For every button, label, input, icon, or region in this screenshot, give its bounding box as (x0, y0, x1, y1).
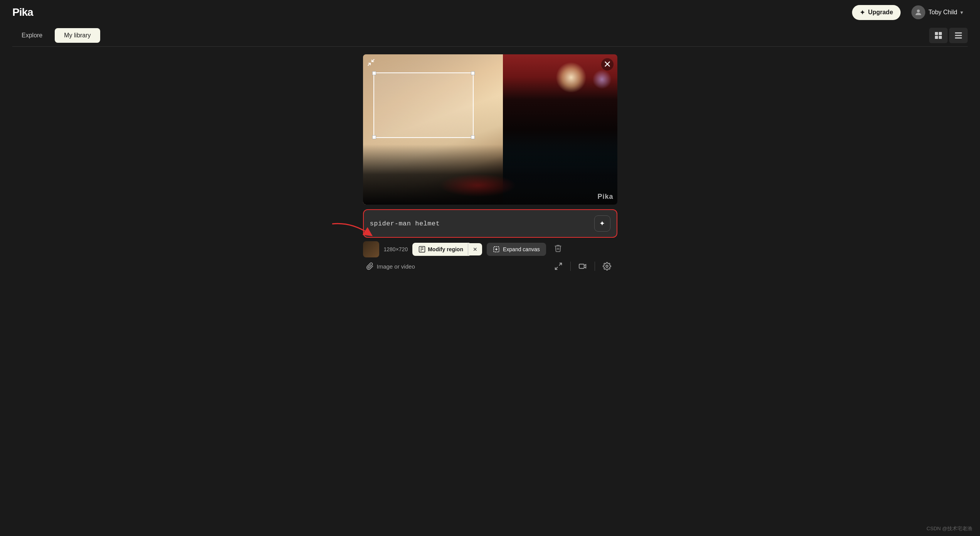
delete-button[interactable] (551, 241, 565, 257)
settings-button[interactable] (600, 260, 614, 272)
svg-line-13 (555, 267, 557, 269)
app-logo: Pika (12, 6, 33, 18)
handle-bottom-right[interactable] (471, 135, 475, 139)
attach-label: Image or video (377, 263, 415, 270)
svg-rect-3 (935, 36, 938, 39)
user-menu[interactable]: Toby Child ▾ (907, 3, 968, 22)
canvas-area: Pika ✕ (363, 54, 617, 205)
tab-explore[interactable]: Explore (12, 28, 52, 43)
close-modify-icon: ✕ (473, 246, 477, 252)
video-icon (578, 262, 587, 271)
bokeh-light-2 (592, 70, 612, 89)
expand-canvas-label: Expand canvas (503, 246, 540, 252)
expand-canvas-icon (493, 246, 500, 253)
svg-rect-14 (579, 264, 584, 269)
nav-bar: Explore My library (0, 25, 980, 46)
bottom-toolbar: Image or video (363, 260, 617, 272)
handle-top-right[interactable] (471, 71, 475, 75)
collapse-icon[interactable] (367, 58, 375, 69)
tab-my-library[interactable]: My library (55, 28, 100, 43)
svg-point-0 (917, 10, 920, 12)
grid-view-button[interactable] (929, 28, 948, 43)
prompt-input-wrapper: ✦ (363, 209, 617, 238)
attach-icon (366, 262, 374, 270)
modify-region-button[interactable]: Modify region (412, 243, 469, 256)
modify-region-label: Modify region (428, 246, 463, 252)
settings-icon (603, 262, 611, 271)
handle-top-left[interactable] (372, 71, 376, 75)
view-toggles (929, 28, 968, 43)
fullscreen-button[interactable] (551, 260, 566, 272)
video-thumbnail (363, 241, 379, 257)
upgrade-button[interactable]: ✦ Upgrade (852, 5, 901, 20)
svg-rect-5 (955, 32, 962, 34)
bottom-right-tools (551, 260, 614, 272)
header-right: ✦ Upgrade Toby Child ▾ (852, 3, 968, 22)
selection-box[interactable] (373, 72, 474, 138)
nav-tabs: Explore My library (12, 28, 100, 43)
upgrade-label: Upgrade (868, 9, 893, 16)
red-accent (439, 174, 516, 197)
prompt-area: ✦ (363, 209, 617, 238)
attach-button[interactable]: Image or video (366, 262, 415, 270)
divider-bottom-2 (595, 262, 595, 271)
delete-icon (554, 244, 562, 252)
svg-rect-6 (955, 35, 962, 36)
svg-line-12 (559, 263, 561, 265)
svg-line-8 (368, 63, 370, 66)
divider-bottom (570, 262, 571, 271)
chevron-down-icon: ▾ (960, 9, 963, 15)
user-name: Toby Child (928, 9, 957, 16)
main-content: Pika ✕ (0, 47, 980, 272)
fullscreen-icon (554, 262, 563, 271)
resolution-badge: 1280×720 (384, 246, 408, 252)
close-icon[interactable]: ✕ (601, 58, 614, 71)
video-mode-button[interactable] (575, 260, 590, 272)
svg-rect-7 (955, 37, 962, 39)
close-modify-button[interactable]: ✕ (468, 243, 482, 255)
toolbar: 1280×720 Modify region ✕ Expand canvas (363, 241, 617, 257)
prompt-input[interactable] (370, 220, 590, 227)
svg-rect-1 (935, 32, 938, 35)
svg-point-15 (606, 265, 608, 267)
submit-star-icon: ✦ (599, 219, 605, 228)
svg-rect-4 (939, 36, 942, 39)
prompt-submit-button[interactable]: ✦ (594, 215, 610, 232)
header: Pika ✦ Upgrade Toby Child ▾ (0, 0, 980, 25)
list-view-button[interactable] (949, 28, 968, 43)
svg-line-9 (371, 59, 374, 62)
bokeh-light-1 (556, 62, 587, 93)
handle-bottom-left[interactable] (372, 135, 376, 139)
modify-region-group: Modify region ✕ (412, 243, 482, 256)
csdn-badge: CSDN @技术宅老渔 (926, 525, 972, 532)
expand-canvas-button[interactable]: Expand canvas (487, 243, 546, 256)
watermark: Pika (597, 193, 613, 201)
modify-region-icon (419, 246, 425, 253)
avatar (911, 5, 925, 19)
upgrade-star-icon: ✦ (860, 9, 865, 16)
svg-rect-2 (939, 32, 942, 35)
